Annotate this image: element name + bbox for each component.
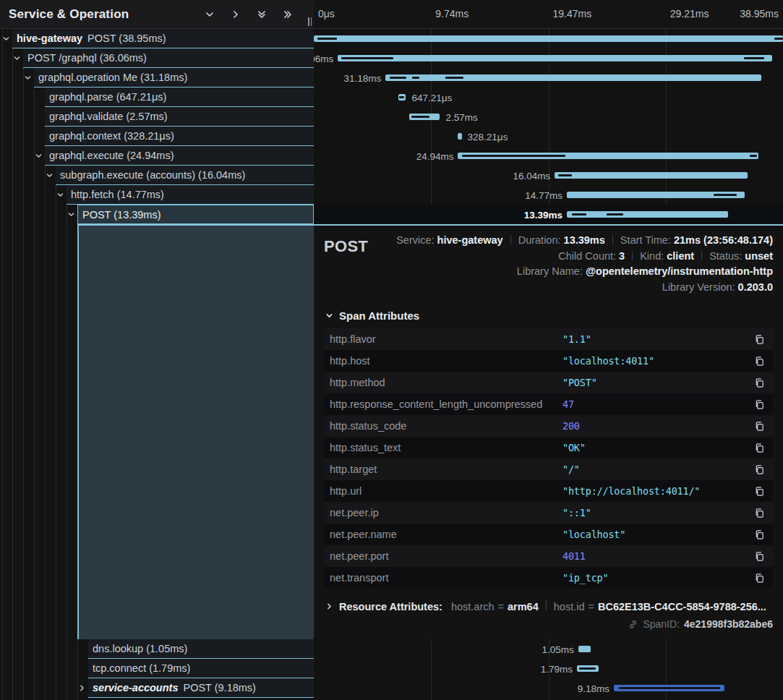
span-duration-label: 647.21μs [411,92,452,103]
span-name-cell[interactable]: graphql.context (328.21μs) [45,127,314,146]
attribute-row: net.peer.ip"::1" [324,502,773,524]
waterfall-row[interactable]: 9.18ms [314,678,783,698]
waterfall-row[interactable]: 1.05ms [314,639,783,659]
attribute-key: net.peer.port [330,550,562,562]
tree-row[interactable]: graphql.execute (24.94ms) [0,146,314,166]
chevron-down-icon[interactable] [13,54,21,62]
resource-attributes-row: Resource Attributes: host.arch=arm64host… [325,600,773,612]
waterfall-row[interactable]: 14.77ms [314,185,783,205]
tree-row[interactable]: graphql.parse (647.21μs) [0,88,314,107]
meta-value: 21ms (23:56:48.174) [674,234,773,246]
span-duration-label: 1.79ms [541,663,573,674]
child-span-marker [341,57,393,59]
tree-row[interactable]: graphql.operation Me (31.18ms) [0,68,314,88]
waterfall-row[interactable]: 2.57ms [314,107,783,127]
waterfall-row[interactable]: 647.21μs [314,88,783,107]
copy-icon[interactable] [753,485,766,498]
span-name-cell[interactable]: graphql.validate (2.57ms) [45,107,314,127]
tree-row[interactable]: hive-gatewayPOST (38.95ms) [0,29,314,48]
chevron-down-icon[interactable] [2,35,10,43]
timeline-header: 0μs9.74ms19.47ms29.21ms38.95ms [314,0,783,29]
span-bar[interactable] [385,74,761,81]
attribute-row: http.flavor"1.1" [324,328,773,350]
span-name-cell[interactable]: dns.lookup (1.05ms) [88,639,314,659]
chevron-right-icon[interactable] [78,684,86,692]
tree-row[interactable]: graphql.context (328.21μs) [0,127,314,146]
tree-row[interactable]: subgraph.execute (accounts) (16.04ms) [0,166,314,185]
span-name-cell[interactable]: subgraph.execute (accounts) (16.04ms) [56,166,314,185]
waterfall-row[interactable]: 24.94ms [314,146,783,166]
copy-icon[interactable] [753,333,766,346]
span-bar[interactable] [567,192,745,198]
tree-row[interactable]: POST /graphql (36.06ms) [0,48,314,68]
waterfall-row[interactable]: 36.06ms [314,48,783,68]
span-attributes-toggle[interactable]: Span Attributes [325,310,773,322]
copy-icon[interactable] [753,376,766,389]
span-bar[interactable] [614,685,724,691]
tree-row[interactable]: graphql.validate (2.57ms) [0,107,314,127]
meta-value: 0.203.0 [738,281,773,293]
copy-icon[interactable] [753,463,766,476]
tree-row[interactable]: http.fetch (14.77ms) [0,185,314,205]
meta-label: Kind: [640,250,667,262]
resource-attributes-toggle[interactable]: Resource Attributes: [339,601,442,612]
pane-resize-handle[interactable] [308,17,312,26]
span-name-cell[interactable]: service-accountsPOST (9.18ms) [88,678,314,698]
attribute-key: net.transport [330,572,562,584]
waterfall-row[interactable] [314,29,783,48]
span-name-cell[interactable]: tcp.connect (1.79ms) [88,659,314,678]
span-attributes-table: http.flavor"1.1"http.host"localhost:4011… [324,328,773,589]
span-name-cell[interactable]: POST (13.39ms) [77,205,314,224]
expand-all-icon[interactable] [282,9,294,20]
copy-icon[interactable] [753,441,766,454]
meta-label: Service: [396,234,437,246]
span-bar[interactable] [338,55,772,61]
span-bar[interactable] [555,172,748,179]
chevron-down-icon[interactable] [204,9,215,20]
chevron-down-icon [325,312,333,320]
span-name-cell[interactable]: graphql.parse (647.21μs) [45,88,314,107]
waterfall-row[interactable]: 16.04ms [314,166,783,185]
copy-icon[interactable] [753,354,766,367]
span-name-cell[interactable]: hive-gatewayPOST (38.95ms) [12,29,314,48]
span-name-cell[interactable]: graphql.operation Me (31.18ms) [34,68,314,88]
copy-icon[interactable] [753,528,766,541]
span-bar[interactable] [409,114,440,120]
copy-icon[interactable] [753,506,766,519]
copy-icon[interactable] [753,419,766,432]
span-bar[interactable] [458,133,461,140]
link-icon[interactable] [628,619,638,630]
copy-icon[interactable] [753,398,766,411]
tree-row[interactable]: tcp.connect (1.79ms) [0,659,314,678]
chevron-down-icon[interactable] [24,74,32,82]
timeline-tick: 0μs [318,8,335,20]
span-bar[interactable] [577,665,599,672]
tree-row[interactable]: service-accountsPOST (9.18ms) [0,678,314,698]
span-bar[interactable] [314,35,783,42]
waterfall-row[interactable]: 1.79ms [314,659,783,678]
collapse-all-icon[interactable] [256,9,268,20]
copy-icon[interactable] [753,550,766,563]
chevron-right-icon[interactable] [230,9,241,20]
waterfall-row[interactable]: 31.18ms [314,68,783,88]
timeline-tick: 19.47ms [553,8,592,20]
chevron-down-icon[interactable] [56,191,64,199]
chevron-down-icon[interactable] [46,171,54,179]
span-name-cell[interactable]: graphql.execute (24.94ms) [45,146,314,166]
waterfall-row[interactable]: 13.39ms [314,205,783,224]
copy-icon[interactable] [753,571,766,584]
span-bar[interactable] [578,646,591,652]
span-bar[interactable] [458,153,758,159]
waterfall-row[interactable]: 328.21μs [314,127,783,146]
chevron-down-icon[interactable] [67,210,75,218]
service-operation-header: Service & Operation [0,0,314,29]
chevron-down-icon[interactable] [35,152,43,160]
span-bar[interactable] [567,211,728,218]
span-duration-label: 24.94ms [416,150,454,161]
tree-row[interactable]: dns.lookup (1.05ms) [0,639,314,659]
span-name-cell[interactable]: POST /graphql (36.06ms) [23,48,314,68]
span-name-cell[interactable]: http.fetch (14.77ms) [67,185,314,205]
service-operation-pane: Service & Operation hive-gatewayPOST (38… [0,0,314,700]
tree-row[interactable]: POST (13.39ms) [0,205,314,224]
span-bar[interactable] [398,94,406,101]
